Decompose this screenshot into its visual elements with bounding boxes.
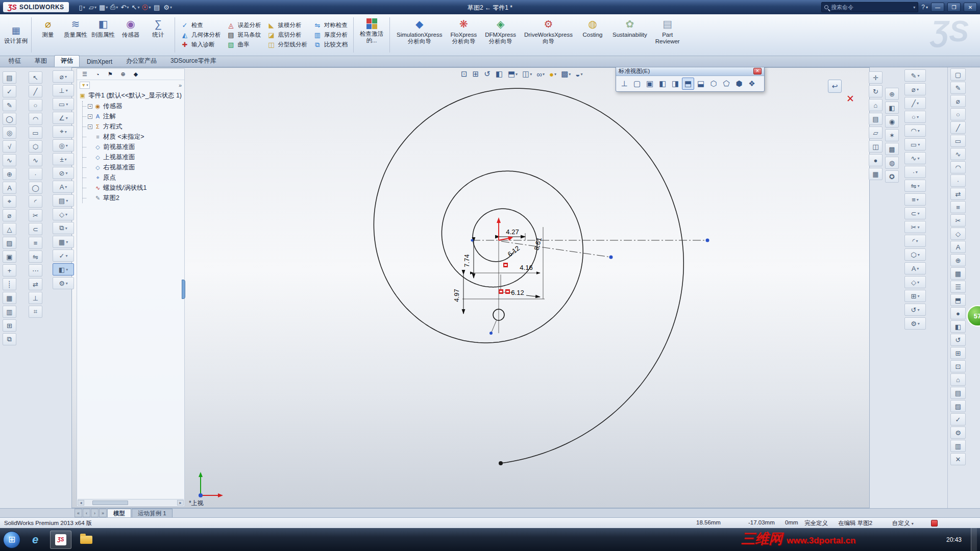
maximize-button[interactable]: ❐ (947, 3, 961, 12)
rp-zoom-icon[interactable]: ⊡ (950, 360, 966, 372)
undo-icon[interactable]: ↶▾ (120, 2, 130, 13)
sketch-polygon-icon[interactable]: ⬡ (29, 140, 42, 153)
rp-text-icon[interactable]: A (950, 241, 966, 253)
new-document-icon[interactable]: ▯▾ (77, 2, 87, 13)
tree-item-annotations[interactable]: + A 注解 (83, 111, 184, 121)
zoom-area-icon[interactable]: ⊞ (471, 68, 481, 80)
file-properties-icon[interactable]: ▤ (152, 2, 162, 13)
expand-icon[interactable]: + (88, 114, 92, 119)
section-tool-icon[interactable]: ◧ (885, 102, 899, 114)
scroll-left-icon[interactable]: ◂ (78, 500, 84, 506)
mass-properties-button[interactable]: ≋ 质量属性 (62, 16, 89, 54)
rp-settings-icon[interactable]: ⚙ (950, 427, 966, 439)
pattern-icon[interactable]: ⊞▾ (904, 290, 926, 302)
dangling-dimension-icons[interactable] (499, 263, 510, 294)
expand-icon[interactable] (88, 135, 92, 139)
tab-evaluate[interactable]: 评估 (54, 55, 80, 67)
line-icon[interactable]: ╱▾ (904, 97, 926, 109)
dimension-value[interactable]: 4.27 (506, 228, 519, 236)
exit-sketch-icon[interactable]: ↩ (828, 80, 842, 93)
hide-show-items-icon[interactable]: ∞▾ (535, 68, 546, 80)
deviation-analysis-button[interactable]: ◬ 误差分析 (225, 21, 263, 30)
options-icon[interactable]: ⚙▾ (163, 2, 173, 13)
design-study-button[interactable]: ▦ 设计算例 (3, 16, 29, 54)
general-table-icon[interactable]: ▥ (3, 306, 16, 318)
rp-home-icon[interactable]: ⌂ (950, 373, 966, 386)
rp-plane-icon[interactable]: ◇ (950, 228, 966, 240)
compare-tool-icon[interactable]: ⧉▾ (53, 222, 74, 234)
centerline-endpoint[interactable] (609, 256, 613, 259)
tree-item-front-plane[interactable]: ◇ 前视基准面 (83, 142, 184, 152)
rp-point-icon[interactable]: ∙ (950, 174, 966, 187)
revision-table-icon[interactable]: ⧉ (3, 333, 16, 345)
part-reviewer-button[interactable]: ▤ Part Reviewer (651, 16, 684, 54)
previous-view-icon[interactable]: ↺ (482, 68, 493, 80)
filter-icon[interactable]: ▼▾ (80, 82, 90, 89)
rebuild-icon[interactable]: ⦿▾ (141, 2, 152, 13)
show-desktop-button[interactable] (971, 528, 977, 551)
tab-nav-icon[interactable]: « (75, 509, 82, 517)
model-tab[interactable]: 模型 (107, 509, 131, 517)
isometric-view-icon[interactable]: ⬡ (707, 78, 720, 90)
rp-table-icon[interactable]: ▦ (950, 267, 966, 280)
dimension-value[interactable]: 6.12 (506, 244, 521, 258)
dimension-value[interactable]: 8.61 (532, 237, 543, 251)
rp-circle-icon[interactable]: ○ (950, 108, 966, 120)
sketch-circle-icon[interactable]: ○ (29, 99, 42, 111)
design-library-icon[interactable]: ▤ (869, 113, 883, 125)
tab-sketch[interactable]: 草图 (28, 55, 54, 67)
walkthrough-icon[interactable]: ✪ (885, 170, 899, 183)
weld-symbol-icon[interactable]: ∿ (3, 154, 16, 166)
start-button[interactable]: ⊞ (3, 531, 20, 548)
rp-window-icon[interactable]: ▢ (950, 68, 966, 81)
tab-nav-icon[interactable]: » (99, 509, 107, 517)
expand-icon[interactable] (88, 186, 92, 190)
lights-icon[interactable]: ✶ (885, 129, 899, 141)
datum-target-icon[interactable]: ⌖ (3, 195, 16, 208)
mirror-entities-icon[interactable]: ⇋ (29, 251, 42, 263)
trimetric-view-icon[interactable]: ⬢ (733, 78, 745, 90)
sketch-spline-icon[interactable]: ∿ (29, 154, 42, 166)
undercut-analysis-button[interactable]: ◪ 底切分析 (265, 31, 310, 39)
propertymanager-tab-icon[interactable]: ◔ (92, 70, 103, 79)
point-icon[interactable]: ∙▾ (904, 166, 926, 178)
dimetric-view-icon[interactable]: ⬠ (720, 78, 732, 90)
rp-exit-icon[interactable]: ✕ (950, 453, 966, 465)
curvature-button[interactable]: ▧ 曲率 (225, 40, 263, 49)
surface-finish-icon[interactable]: √ (3, 140, 16, 153)
configurationmanager-tab-icon[interactable]: ⚑ (105, 70, 116, 79)
back-view-icon[interactable]: ▣ (644, 78, 656, 90)
sketch-point[interactable] (471, 239, 474, 242)
tag-icon[interactable] (931, 520, 938, 527)
dimxpertmanager-tab-icon[interactable]: ⊕ (117, 70, 129, 79)
convert-icon[interactable]: ⊂▾ (904, 207, 926, 219)
relation-tool-icon[interactable]: ⊥▾ (53, 84, 74, 96)
rp-mirror-icon[interactable]: ⇄ (950, 188, 966, 200)
sketch-point[interactable] (489, 332, 493, 335)
tab-nav-icon[interactable]: › (91, 509, 99, 517)
left-view-icon[interactable]: ◧ (656, 78, 669, 90)
rectangle-tool-icon[interactable]: ▭▾ (53, 98, 74, 110)
rp-check-icon[interactable]: ✓ (950, 413, 966, 425)
table-tool-icon[interactable]: ▦▾ (53, 236, 74, 248)
rp-note-icon[interactable]: ▥ (950, 440, 966, 452)
floxpress-button[interactable]: ❋ FloXpress 分析向导 (446, 16, 481, 54)
zebra-stripes-button[interactable]: ▤ 斑马条纹 (225, 31, 263, 39)
arc-icon[interactable]: ◠▾ (904, 124, 926, 137)
cancel-sketch-icon[interactable]: ✕ (846, 93, 854, 105)
panel-splitter-handle[interactable] (182, 280, 185, 299)
custom-properties-icon[interactable]: ▦ (869, 168, 883, 180)
tree-item-top-plane[interactable]: ◇ 上视基准面 (83, 152, 184, 162)
center-mark-icon[interactable]: + (3, 264, 16, 277)
hole-table-icon[interactable]: ⊞ (3, 319, 16, 332)
tree-item-right-plane[interactable]: ◇ 右视基准面 (83, 162, 184, 172)
tree-item-sketch2[interactable]: ✎ 草图2 (83, 193, 184, 203)
geometry-analysis-button[interactable]: ◭ 几何体分析 (179, 31, 223, 39)
print-icon[interactable]: ⎙▾ (109, 2, 119, 13)
convert-entities-icon[interactable]: ⊂ (29, 223, 42, 235)
save-icon[interactable]: ▦▾ (99, 2, 109, 13)
rectangle-icon[interactable]: ▭▾ (904, 138, 926, 151)
tree-item-equations[interactable]: + Σ 方程式 (83, 121, 184, 132)
search-caret-icon[interactable]: ▾ (913, 5, 915, 10)
polygon-icon[interactable]: ⬡▾ (904, 248, 926, 261)
